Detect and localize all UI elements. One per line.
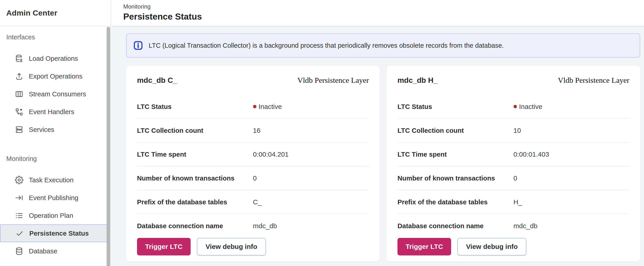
row-value-text: Inactive	[519, 103, 542, 110]
sidebar-item-export-operations[interactable]: Export Operations	[0, 67, 111, 85]
stream-consumers-icon	[15, 90, 24, 98]
sidebar-item-operation-plan[interactable]: Operation Plan	[0, 207, 111, 224]
sidebar-scrollbar[interactable]	[106, 27, 110, 266]
row-value-text: H_	[514, 198, 522, 206]
detail-row: Database connection namemdc_db	[398, 214, 629, 238]
view-debug-info-button[interactable]: View debug info	[458, 238, 526, 256]
row-label: Database connection name	[137, 222, 253, 230]
row-value-text: mdc_db	[253, 222, 277, 230]
sidebar: Admin Center InterfacesLoad OperationsEx…	[0, 0, 111, 266]
trigger-ltc-button[interactable]: Trigger LTC	[398, 238, 451, 256]
sidebar-item-event-publishing[interactable]: Event Publishing	[0, 189, 111, 207]
sidebar-item-task-execution[interactable]: Task Execution	[0, 171, 111, 189]
view-debug-info-button[interactable]: View debug info	[197, 238, 266, 256]
sidebar-item-label: Database	[29, 247, 57, 255]
event-publishing-icon	[15, 194, 24, 202]
detail-row: LTC Collection count16	[137, 119, 369, 142]
row-value: Inactive	[514, 103, 542, 110]
status-dot-icon	[514, 105, 517, 108]
row-value: 0:00:01.403	[514, 151, 549, 158]
detail-row: LTC Time spent0:00:04.201	[137, 142, 369, 166]
sidebar-item-load-operations[interactable]: Load Operations	[0, 49, 111, 67]
row-label: LTC Time spent	[137, 151, 253, 158]
sidebar-header: Admin Center	[0, 0, 111, 26]
cards-row: mdc_db C_Vldb Persistence LayerLTC Statu…	[126, 66, 640, 261]
row-value: Inactive	[253, 103, 282, 110]
sidebar-item-services[interactable]: Services	[0, 121, 111, 138]
trigger-ltc-button[interactable]: Trigger LTC	[137, 238, 191, 256]
row-value: H_	[514, 198, 522, 206]
detail-row: LTC StatusInactive	[137, 95, 369, 119]
row-label: LTC Time spent	[398, 151, 514, 158]
row-value-text: 0	[514, 174, 517, 182]
row-label: LTC Status	[398, 103, 514, 110]
nav-section-interfaces: InterfacesLoad OperationsExport Operatio…	[0, 34, 111, 138]
row-value: mdc_db	[253, 222, 277, 230]
content-header: Monitoring Persistence Status	[112, 0, 644, 26]
detail-row: Prefix of the database tablesH_	[398, 190, 629, 214]
card-actions: Trigger LTCView debug info	[137, 238, 369, 256]
row-value: C_	[253, 198, 262, 206]
detail-row: LTC Collection count10	[398, 119, 629, 142]
sidebar-nav: InterfacesLoad OperationsExport Operatio…	[0, 26, 111, 260]
card-header: mdc_db H_Vldb Persistence Layer	[398, 76, 629, 85]
status-dot-icon	[253, 105, 256, 108]
row-label: Prefix of the database tables	[398, 198, 514, 206]
card-header: mdc_db C_Vldb Persistence Layer	[137, 76, 369, 85]
nav-section-monitoring: MonitoringTask ExecutionEvent Publishing…	[0, 156, 111, 260]
card-rows: LTC StatusInactiveLTC Collection count10…	[398, 95, 629, 238]
row-label: Number of known transactions	[398, 174, 514, 182]
row-value: 16	[253, 127, 260, 134]
sidebar-item-label: Persistence Status	[29, 230, 89, 237]
row-value-text: 16	[253, 127, 260, 134]
detail-row: Number of known transactions0	[137, 166, 369, 190]
main-area: LTC (Logical Transaction Collector) is a…	[112, 26, 644, 266]
row-value-text: 0:00:01.403	[514, 151, 549, 158]
breadcrumb: Monitoring	[123, 3, 644, 10]
export-operations-icon	[15, 72, 24, 81]
page-title: Persistence Status	[123, 12, 644, 21]
sidebar-item-label: Load Operations	[29, 55, 78, 62]
row-value: 10	[514, 127, 521, 134]
nav-section-label: Monitoring	[0, 156, 111, 162]
row-value: mdc_db	[514, 222, 538, 230]
sidebar-item-event-handlers[interactable]: Event Handlers	[0, 103, 111, 121]
checkmark-icon	[15, 229, 24, 238]
row-value-text: C_	[253, 198, 262, 206]
detail-row: Number of known transactions0	[398, 166, 629, 190]
card-title: mdc_db H_	[398, 76, 438, 85]
info-icon	[134, 41, 143, 50]
sidebar-item-database[interactable]: Database	[0, 242, 111, 260]
detail-row: Prefix of the database tablesC_	[137, 190, 369, 214]
detail-row: Database connection namemdc_db	[137, 214, 369, 238]
app-title: Admin Center	[6, 8, 58, 17]
card-rows: LTC StatusInactiveLTC Collection count16…	[137, 95, 369, 238]
card-title: mdc_db C_	[137, 76, 177, 85]
sidebar-item-label: Event Publishing	[29, 194, 78, 202]
sidebar-item-label: Task Execution	[29, 176, 74, 184]
row-value-text: 10	[514, 127, 521, 134]
row-value: 0	[514, 174, 517, 182]
row-label: LTC Collection count	[137, 127, 253, 134]
row-value-text: mdc_db	[514, 222, 538, 230]
sidebar-item-persistence-status[interactable]: Persistence Status	[0, 224, 108, 242]
card-actions: Trigger LTCView debug info	[398, 238, 629, 256]
services-icon	[15, 125, 24, 134]
content: Monitoring Persistence Status LTC (Logic…	[112, 0, 644, 266]
load-operations-icon	[15, 54, 24, 63]
persistence-card-mdc-db-h-: mdc_db H_Vldb Persistence LayerLTC Statu…	[387, 66, 640, 261]
card-layer-label: Vldb Persistence Layer	[298, 76, 369, 85]
row-value: 0:00:04.201	[253, 151, 289, 158]
event-handlers-icon	[15, 108, 24, 116]
row-label: Number of known transactions	[137, 174, 253, 182]
sidebar-item-label: Stream Consumers	[29, 90, 86, 98]
row-label: LTC Status	[137, 103, 253, 110]
sidebar-item-stream-consumers[interactable]: Stream Consumers	[0, 85, 111, 103]
row-label: Prefix of the database tables	[137, 198, 253, 206]
card-layer-label: Vldb Persistence Layer	[558, 76, 629, 85]
sidebar-item-label: Operation Plan	[29, 212, 73, 219]
info-banner-text: LTC (Logical Transaction Collector) is a…	[149, 42, 504, 49]
info-banner: LTC (Logical Transaction Collector) is a…	[126, 33, 640, 58]
task-execution-icon	[15, 176, 24, 184]
row-label: LTC Collection count	[398, 127, 514, 134]
